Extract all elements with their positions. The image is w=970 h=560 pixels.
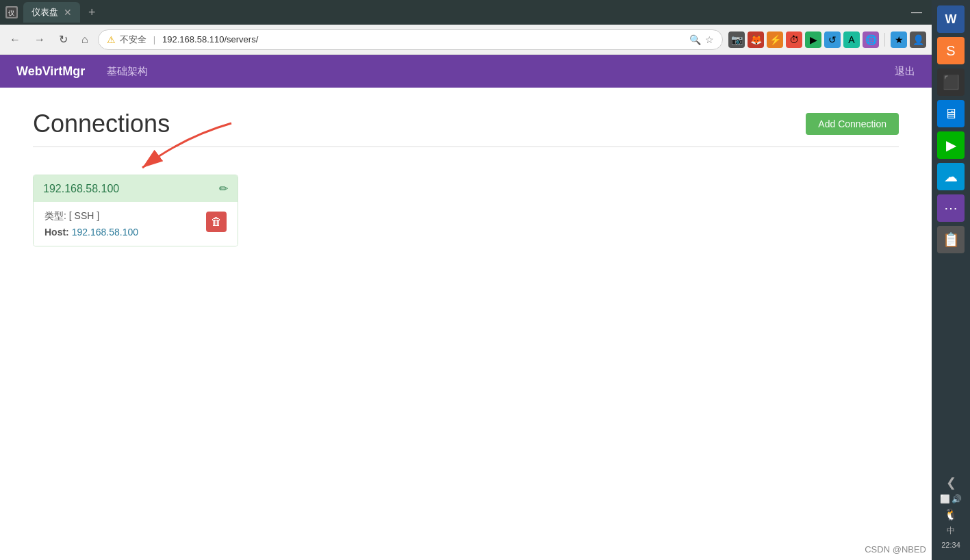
url-bar[interactable]: ⚠ 不安全 | 192.168.58.110/servers/ 🔍 ☆ [98, 29, 723, 50]
type-label: 类型: [44, 210, 66, 221]
host-label: Host: [44, 227, 69, 238]
card-host: Host: 192.168.58.100 [44, 227, 138, 238]
page-header: Connections Add Connection [33, 110, 899, 138]
profile-icon[interactable]: 👤 [910, 31, 926, 48]
sidebar-icon-sublime[interactable]: S [937, 37, 965, 64]
app-brand[interactable]: WebVirtMgr [16, 64, 85, 79]
sidebar-icon-cloud[interactable]: ☁ [937, 163, 965, 190]
warning-icon: ⚠ [107, 34, 116, 45]
collapse-icon[interactable]: ❮ [946, 475, 956, 490]
edit-icon[interactable]: ✏ [219, 182, 228, 195]
url-action-icons: 🔍 ☆ [689, 34, 714, 45]
header-divider [33, 147, 899, 147]
audio-icon[interactable]: 🔊 [952, 494, 962, 504]
sidebar-icon-terminal[interactable]: ⬛ [937, 68, 965, 96]
new-tab-button[interactable]: + [88, 5, 96, 20]
address-bar: ← → ↻ ⌂ ⚠ 不安全 | 192.168.58.110/servers/ … [0, 25, 932, 55]
card-info: 类型: [ SSH ] Host: 192.168.58.100 [44, 210, 138, 238]
browser-tab[interactable]: 仪表盘 ✕ [23, 2, 80, 23]
minimize-button[interactable]: — [907, 5, 926, 20]
ext-divider [884, 33, 885, 47]
delete-button[interactable]: 🗑 [206, 212, 227, 232]
window-controls: — [907, 5, 926, 20]
connection-card-wrapper: 192.168.58.100 ✏ 类型: [ SSH ] Host: 192.1… [33, 175, 238, 246]
penguin-icon[interactable]: 🐧 [944, 508, 958, 521]
page-title: Connections [33, 110, 170, 138]
refresh-button[interactable]: ↻ [55, 30, 72, 49]
card-ip[interactable]: 192.168.58.100 [43, 183, 119, 195]
ext-icon-2[interactable]: 🦊 [748, 31, 764, 48]
sidebar-bottom: ❮ ⬜ 🔊 🐧 中 22:34 [940, 475, 962, 555]
clock: 22:34 [941, 541, 960, 549]
sidebar-icon-word[interactable]: W [937, 5, 965, 33]
ext-icon-7[interactable]: A [843, 31, 860, 48]
sidebar-icon-remote[interactable]: 🖥 [937, 100, 965, 127]
lang-indicator: 中 [947, 525, 955, 537]
back-button[interactable]: ← [5, 31, 25, 49]
ext-icon-4[interactable]: ⏱ [786, 31, 802, 48]
taskbar-tray: ⬜ 🔊 [940, 494, 962, 504]
tab-close-button[interactable]: ✕ [64, 7, 72, 18]
sidebar-icon-share[interactable]: ⋯ [937, 194, 965, 222]
watermark: CSDN @NBED [865, 544, 926, 555]
svg-text:仪: 仪 [8, 10, 14, 16]
tab-title: 仪表盘 [31, 6, 58, 18]
sidebar-icon-note[interactable]: 📋 [937, 226, 965, 253]
screen-icon[interactable]: ⬜ [940, 494, 950, 504]
add-connection-button[interactable]: Add Connection [806, 113, 899, 135]
browser-extensions: 📷 🦊 ⚡ ⏱ ▶ ↺ A 🌐 ★ 👤 [728, 31, 926, 48]
nav-infra-link[interactable]: 基础架构 [107, 65, 148, 78]
ext-icon-3[interactable]: ⚡ [767, 31, 783, 48]
home-button[interactable]: ⌂ [77, 31, 92, 49]
connection-card: 192.168.58.100 ✏ 类型: [ SSH ] Host: 192.1… [33, 175, 238, 246]
card-header: 192.168.58.100 ✏ [34, 175, 238, 202]
ext-icon-8[interactable]: 🌐 [863, 31, 879, 48]
sidebar-icon-play[interactable]: ▶ [937, 131, 965, 159]
ext-icon-6[interactable]: ↺ [824, 31, 841, 48]
trash-icon: 🗑 [211, 216, 222, 228]
type-value: [ SSH ] [69, 210, 99, 221]
card-body: 类型: [ SSH ] Host: 192.168.58.100 🗑 [34, 202, 238, 246]
host-value[interactable]: 192.168.58.100 [72, 227, 138, 238]
right-sidebar: W S ⬛ 🖥 ▶ ☁ ⋯ 📋 ❮ ⬜ 🔊 🐧 中 22:34 [932, 0, 970, 560]
app-navbar: WebVirtMgr 基础架构 退出 [0, 55, 932, 88]
warning-text: 不安全 [120, 34, 146, 46]
url-text: 192.168.58.110/servers/ [162, 34, 685, 44]
card-type: 类型: [ SSH ] [44, 210, 138, 222]
search-icon[interactable]: 🔍 [689, 34, 701, 45]
ext-icon-5[interactable]: ▶ [805, 31, 821, 48]
title-bar: 仪 仪表盘 ✕ + — [0, 0, 932, 25]
url-separator: | [153, 34, 155, 44]
ext-icon-9[interactable]: ★ [891, 31, 907, 48]
ext-icon-1[interactable]: 📷 [728, 31, 745, 48]
forward-button[interactable]: → [30, 31, 49, 49]
logout-link[interactable]: 退出 [895, 65, 915, 78]
bookmark-icon[interactable]: ☆ [705, 34, 714, 45]
page-content: Connections Add Connection 192.168.58.10… [0, 88, 932, 560]
tab-favicon: 仪 [5, 6, 18, 18]
